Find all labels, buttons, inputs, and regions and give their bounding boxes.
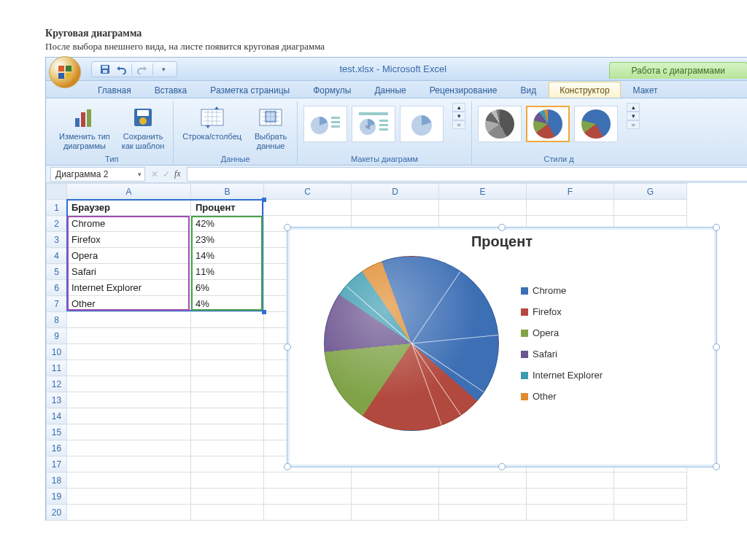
select-all-corner[interactable] — [47, 184, 67, 200]
cell-A10[interactable] — [67, 344, 191, 360]
cell-F1[interactable] — [527, 200, 614, 216]
tab-главная[interactable]: Главная — [87, 82, 142, 98]
switch-row-col-button[interactable]: Строка/столбец — [179, 103, 244, 143]
row-header-18[interactable]: 18 — [47, 472, 67, 489]
cell-D19[interactable] — [352, 489, 439, 505]
col-header-D[interactable]: D — [352, 184, 439, 200]
cell-B19[interactable] — [191, 489, 264, 505]
row-header-16[interactable]: 16 — [47, 440, 67, 456]
cell-A12[interactable] — [67, 376, 191, 392]
cell-E18[interactable] — [439, 472, 527, 489]
cell-E19[interactable] — [439, 489, 527, 505]
tab-вставка[interactable]: Вставка — [144, 82, 198, 98]
name-box[interactable]: Диаграмма 2 — [50, 167, 145, 182]
tab-макет[interactable]: Макет — [622, 82, 669, 98]
cell-F19[interactable] — [527, 489, 614, 505]
cell-B18[interactable] — [191, 472, 264, 489]
chart-legend[interactable]: ChromeFirefoxOperaSafariInternet Explore… — [499, 256, 709, 431]
layouts-scroll[interactable]: ▴▾= — [452, 103, 465, 129]
fx-cancel-icon[interactable]: ✕ — [151, 169, 158, 179]
tab-вид[interactable]: Вид — [509, 82, 547, 98]
cell-G18[interactable] — [614, 472, 687, 489]
cell-A14[interactable] — [67, 408, 191, 424]
select-data-button[interactable]: Выбрать данные — [250, 103, 291, 152]
chart-layout-thumb[interactable] — [400, 106, 444, 142]
qat-redo-icon[interactable] — [135, 63, 150, 76]
qat-undo-icon[interactable] — [114, 63, 128, 76]
row-header-14[interactable]: 14 — [47, 408, 67, 424]
qat-save-icon[interactable] — [98, 63, 112, 76]
formula-bar[interactable] — [187, 167, 747, 182]
col-header-E[interactable]: E — [439, 184, 527, 200]
legend-item[interactable]: Safari — [521, 349, 709, 359]
chart-style-thumb[interactable] — [478, 106, 522, 142]
row-header-2[interactable]: 2 — [47, 216, 67, 232]
col-header-A[interactable]: A — [67, 184, 191, 200]
col-header-F[interactable]: F — [527, 184, 614, 200]
cell-B14[interactable] — [191, 408, 264, 424]
styles-scroll[interactable]: ▴▾= — [627, 103, 640, 129]
cell-G1[interactable] — [614, 200, 687, 216]
cell-B13[interactable] — [191, 392, 264, 408]
tab-рецензирование[interactable]: Рецензирование — [419, 82, 508, 98]
cell-A13[interactable] — [67, 392, 191, 408]
col-header-C[interactable]: C — [264, 184, 352, 200]
cell-B11[interactable] — [191, 360, 264, 376]
row-header-7[interactable]: 7 — [47, 296, 67, 312]
cell-E1[interactable] — [439, 200, 527, 216]
cell-B16[interactable] — [191, 440, 264, 456]
cell-C1[interactable] — [264, 200, 352, 216]
cell-A17[interactable] — [67, 456, 191, 472]
cell-B12[interactable] — [191, 376, 264, 392]
chart-title[interactable]: Процент — [287, 228, 716, 253]
office-button[interactable] — [49, 56, 81, 88]
col-header-B[interactable]: B — [191, 184, 264, 200]
cell-A19[interactable] — [67, 489, 191, 505]
fx-icon[interactable]: fx — [174, 168, 181, 179]
tab-данные[interactable]: Данные — [363, 82, 417, 98]
cell-A15[interactable] — [67, 424, 191, 440]
cell-B17[interactable] — [191, 456, 264, 472]
cell-C18[interactable] — [264, 472, 352, 489]
cell-C20[interactable] — [264, 505, 352, 521]
legend-item[interactable]: Opera — [521, 327, 709, 338]
cell-A8[interactable] — [67, 312, 191, 328]
cell-E20[interactable] — [439, 505, 527, 521]
cell-B8[interactable] — [191, 312, 264, 328]
chart-object[interactable]: Процент ChromeFirefoxOperaSafariInternet… — [287, 227, 717, 467]
col-header-G[interactable]: G — [614, 184, 687, 200]
row-header-6[interactable]: 6 — [47, 280, 67, 296]
legend-item[interactable]: Other — [521, 391, 709, 402]
cell-B15[interactable] — [191, 424, 264, 440]
legend-item[interactable]: Firefox — [521, 306, 709, 317]
cell-C19[interactable] — [264, 489, 352, 505]
tab-разметка страницы[interactable]: Разметка страницы — [199, 82, 301, 98]
cell-A9[interactable] — [67, 328, 191, 344]
legend-item[interactable]: Internet Explorer — [521, 370, 709, 381]
cell-F18[interactable] — [527, 472, 614, 489]
cell-B9[interactable] — [191, 328, 264, 344]
cell-D1[interactable] — [352, 200, 439, 216]
fx-enter-icon[interactable]: ✓ — [163, 169, 170, 179]
change-chart-type-button[interactable]: Изменить тип диаграммы — [56, 103, 113, 152]
row-header-11[interactable]: 11 — [47, 360, 67, 376]
row-header-10[interactable]: 10 — [47, 344, 67, 360]
tab-формулы[interactable]: Формулы — [302, 82, 362, 98]
row-header-5[interactable]: 5 — [47, 264, 67, 280]
chart-style-thumb[interactable] — [526, 106, 570, 142]
cell-A11[interactable] — [67, 360, 191, 376]
chart-layout-thumb[interactable] — [303, 106, 347, 142]
pie-chart[interactable] — [324, 256, 499, 431]
cell-B10[interactable] — [191, 344, 264, 360]
cell-A16[interactable] — [67, 440, 191, 456]
row-header-4[interactable]: 4 — [47, 248, 67, 264]
row-header-8[interactable]: 8 — [47, 312, 67, 328]
legend-item[interactable]: Chrome — [521, 285, 709, 296]
row-header-17[interactable]: 17 — [47, 456, 67, 472]
cell-D20[interactable] — [352, 505, 439, 521]
cell-A18[interactable] — [67, 472, 191, 489]
row-header-9[interactable]: 9 — [47, 328, 67, 344]
cell-D18[interactable] — [352, 472, 439, 489]
worksheet[interactable]: ABCDEFG1БраузерПроцент2Chrome42%3Firefox… — [46, 183, 747, 521]
qat-customize-icon[interactable]: ▾ — [156, 63, 171, 76]
